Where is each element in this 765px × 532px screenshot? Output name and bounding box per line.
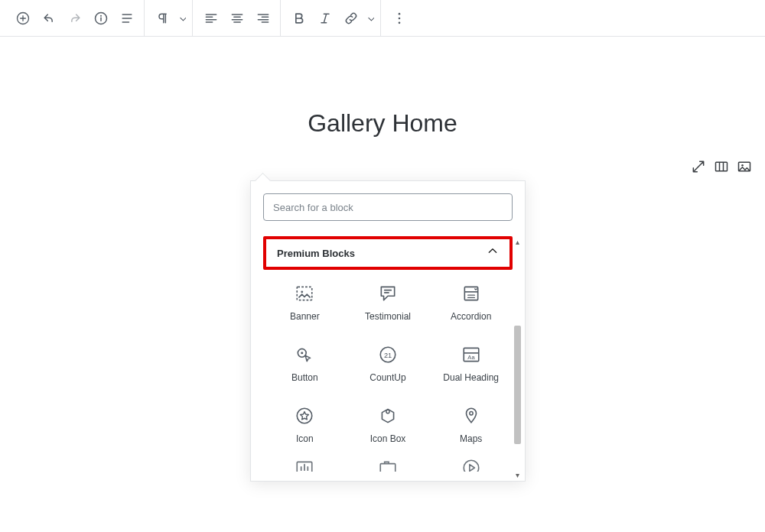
align-center-button[interactable]: [225, 6, 249, 31]
align-left-button[interactable]: [199, 6, 223, 31]
columns-icon[interactable]: [713, 158, 730, 172]
link-button[interactable]: [339, 6, 363, 31]
redo-button[interactable]: [63, 6, 87, 31]
image-icon[interactable]: [736, 158, 753, 172]
editor-toolbar: [0, 0, 765, 37]
italic-button[interactable]: [313, 6, 337, 31]
align-right-button[interactable]: [251, 6, 275, 31]
editor-canvas: Gallery Home: [0, 37, 765, 138]
add-block-toolbar-button[interactable]: [11, 6, 35, 31]
paragraph-dropdown[interactable]: [177, 15, 187, 22]
page-title[interactable]: Gallery Home: [0, 109, 765, 138]
info-button[interactable]: [89, 6, 113, 31]
outline-button[interactable]: [115, 6, 139, 31]
paragraph-button[interactable]: [151, 6, 175, 31]
fullscreen-icon[interactable]: [690, 158, 707, 172]
format-dropdown[interactable]: [365, 15, 376, 22]
bold-button[interactable]: [287, 6, 311, 31]
undo-button[interactable]: [37, 6, 61, 31]
block-view-actions: [690, 158, 753, 172]
more-options-button[interactable]: [387, 6, 412, 31]
